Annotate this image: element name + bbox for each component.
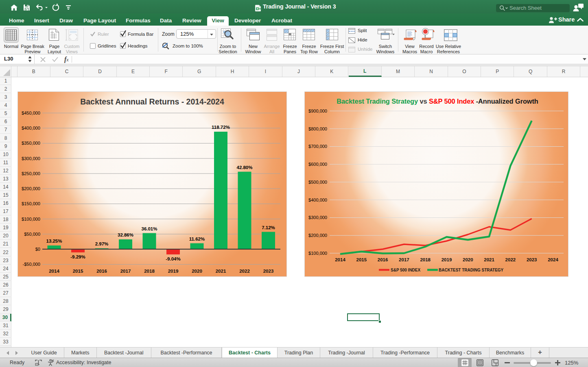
svg-text:$50,000: $50,000 — [24, 232, 40, 237]
svg-text:2021: 2021 — [484, 257, 494, 262]
svg-text:2022: 2022 — [239, 269, 250, 274]
svg-text:$100,000: $100,000 — [308, 251, 327, 256]
svg-text:2017: 2017 — [120, 269, 131, 274]
svg-text:$200,000: $200,000 — [308, 233, 327, 238]
svg-text:2017: 2017 — [399, 257, 409, 262]
svg-text:$300,000: $300,000 — [22, 156, 40, 161]
svg-text:2023: 2023 — [263, 269, 274, 274]
svg-text:$700,000: $700,000 — [308, 144, 327, 149]
svg-text:-9.29%: -9.29% — [70, 254, 85, 259]
svg-text:BACKTEST TRADING STRATEGY: BACKTEST TRADING STRATEGY — [439, 268, 504, 272]
svg-text:2024: 2024 — [548, 257, 558, 262]
svg-text:Backtest Trading Strategy vs S: Backtest Trading Strategy vs S&P 500 Ind… — [337, 98, 538, 105]
svg-text:$350,000: $350,000 — [22, 141, 40, 145]
svg-text:2015: 2015 — [73, 269, 83, 274]
svg-text:$800,000: $800,000 — [308, 126, 327, 131]
svg-text:2020: 2020 — [463, 257, 473, 262]
svg-text:42.80%: 42.80% — [236, 165, 252, 170]
svg-text:$100,000: $100,000 — [22, 217, 40, 222]
svg-text:2015: 2015 — [356, 257, 367, 262]
svg-text:2014: 2014 — [335, 257, 345, 262]
svg-text:$150,000: $150,000 — [22, 201, 40, 206]
svg-text:11.62%: 11.62% — [189, 237, 205, 241]
svg-text:2.97%: 2.97% — [95, 241, 109, 246]
svg-text:118.72%: 118.72% — [212, 125, 230, 130]
svg-text:$450,000: $450,000 — [22, 111, 40, 115]
svg-text:2018: 2018 — [420, 257, 431, 262]
svg-text:X: X — [256, 7, 258, 10]
svg-text:2016: 2016 — [378, 257, 388, 262]
svg-text:2021: 2021 — [216, 269, 226, 274]
svg-text:-9.04%: -9.04% — [166, 256, 180, 261]
svg-text:32.86%: 32.86% — [118, 232, 133, 237]
svg-text:S&P 500 INDEX: S&P 500 INDEX — [391, 268, 421, 272]
svg-text:2023: 2023 — [527, 257, 537, 262]
svg-text:2020: 2020 — [192, 269, 202, 274]
svg-text:2014: 2014 — [49, 269, 59, 274]
svg-text:7.12%: 7.12% — [262, 225, 275, 230]
svg-text:$400,000: $400,000 — [308, 198, 327, 202]
svg-text:2018: 2018 — [144, 269, 155, 274]
svg-text:2019: 2019 — [442, 257, 452, 262]
svg-text:$0: $0 — [35, 247, 40, 252]
svg-text:$500,000: $500,000 — [308, 180, 327, 185]
svg-text:$600,000: $600,000 — [308, 162, 327, 167]
svg-text:$200,000: $200,000 — [22, 186, 40, 191]
svg-text:Backtest Annnual Returns - 201: Backtest Annnual Returns - 2014-2024 — [80, 97, 224, 106]
svg-text:13.25%: 13.25% — [46, 239, 62, 243]
svg-text:2022: 2022 — [505, 257, 516, 262]
svg-text:$900,000: $900,000 — [308, 109, 327, 113]
svg-text:$300,000: $300,000 — [308, 215, 327, 220]
svg-text:-$50,000: -$50,000 — [23, 262, 40, 267]
svg-text:2016: 2016 — [96, 269, 107, 274]
svg-text:36.01%: 36.01% — [141, 226, 157, 231]
svg-text:2019: 2019 — [168, 269, 179, 274]
svg-text:$400,000: $400,000 — [22, 126, 40, 130]
svg-text:$250,000: $250,000 — [22, 171, 40, 176]
